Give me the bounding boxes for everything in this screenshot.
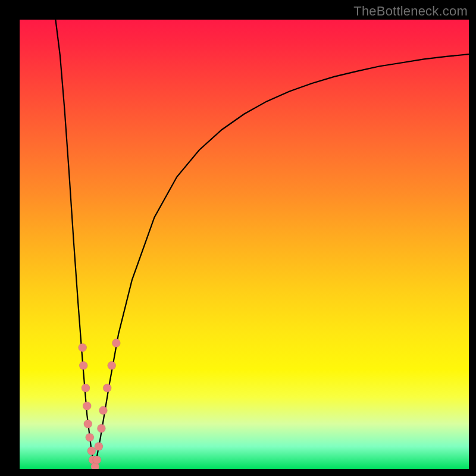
data-marker (79, 343, 87, 352)
data-marker (82, 384, 90, 392)
data-marker (84, 420, 92, 428)
data-marker (95, 442, 103, 450)
data-marker (86, 433, 94, 441)
attribution-text: TheBottleneck.com (353, 4, 468, 19)
chart-frame: TheBottleneck.com (0, 0, 476, 476)
data-marker (108, 361, 116, 369)
data-marker (112, 339, 120, 347)
data-marker (103, 384, 111, 392)
data-marker (87, 447, 96, 455)
data-marker (93, 456, 101, 464)
data-marker (83, 402, 91, 410)
curve-left-branch (55, 20, 95, 469)
curve-right-branch (95, 54, 469, 469)
chart-svg (20, 20, 469, 469)
data-marker (97, 424, 105, 433)
data-marker (99, 406, 107, 415)
chart-plot-area (20, 20, 469, 469)
data-marker (79, 361, 87, 369)
